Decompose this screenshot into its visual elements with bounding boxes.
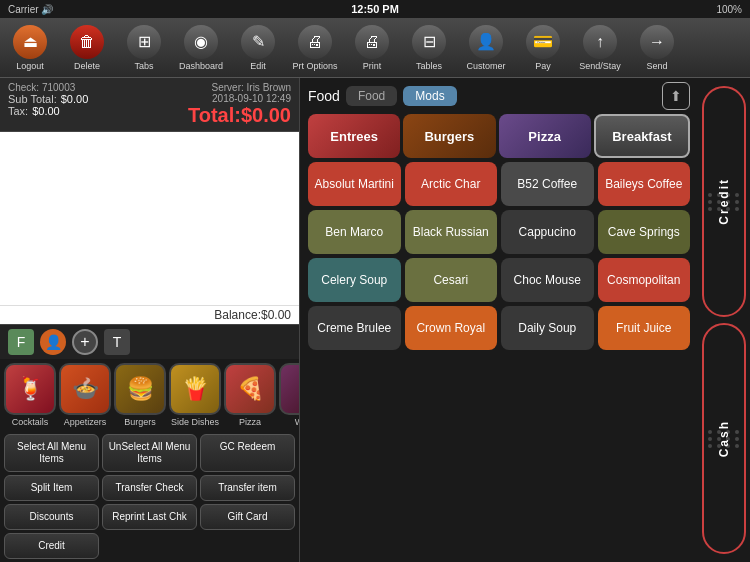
prt-options-icon: 🖨 <box>298 25 332 59</box>
carrier-text: Carrier 🔊 <box>8 4 253 15</box>
wine-label: Wine <box>295 417 299 427</box>
flag-icon[interactable]: F <box>8 329 34 355</box>
tax-value: $0.00 <box>32 105 60 117</box>
logout-button[interactable]: ⏏ Logout <box>2 20 58 76</box>
sides-thumb: 🍟 <box>169 363 221 415</box>
customer-label: Customer <box>466 61 505 71</box>
menu-item-b52-coffee[interactable]: B52 Coffee <box>501 162 594 206</box>
pizza-tab[interactable]: Pizza <box>499 114 591 158</box>
category-pizza[interactable]: 🍕 Pizza <box>224 363 276 427</box>
burgers-label: Burgers <box>124 417 156 427</box>
edit-label: Edit <box>250 61 266 71</box>
edit-button[interactable]: ✎ Edit <box>230 20 286 76</box>
menu-item-cesari[interactable]: Cesari <box>405 258 498 302</box>
menu-item-cave-springs[interactable]: Cave Springs <box>598 210 691 254</box>
balance-row: Balance:$0.00 <box>0 305 299 324</box>
print-button[interactable]: 🖨 Print <box>344 20 400 76</box>
menu-item-absolut-martini[interactable]: Absolut Martini <box>308 162 401 206</box>
burgers-thumb: 🍔 <box>114 363 166 415</box>
transfer-item-button[interactable]: Transfer item <box>200 475 295 501</box>
dashboard-label: Dashboard <box>179 61 223 71</box>
time-display: 12:50 PM <box>253 3 498 15</box>
total-display: Total:$0.00 <box>188 104 291 127</box>
credit-action-button[interactable]: Credit <box>4 533 99 559</box>
pay-button[interactable]: 💳 Pay <box>515 20 571 76</box>
share-icon[interactable]: ⬆ <box>662 82 690 110</box>
reprint-last-button[interactable]: Reprint Last Chk <box>102 504 197 530</box>
tables-button[interactable]: ⊟ Tables <box>401 20 457 76</box>
check-number: Check: 710003 <box>8 82 88 93</box>
entrees-tab[interactable]: Entrees <box>308 114 400 158</box>
send-stay-icon: ↑ <box>583 25 617 59</box>
logout-label: Logout <box>16 61 44 71</box>
gc-redeem-button[interactable]: GC Redeem <box>200 434 295 472</box>
tag-icon[interactable]: T <box>104 329 130 355</box>
main-area: Check: 710003 Sub Total: $0.00 Tax: $0.0… <box>0 78 750 562</box>
delete-label: Delete <box>74 61 100 71</box>
send-label: Send <box>646 61 667 71</box>
food-mods-row: Food Food Mods ⬆ <box>304 82 694 110</box>
right-panel: Food Food Mods ⬆ Entrees Burgers Pizza B… <box>300 78 698 562</box>
logout-icon: ⏏ <box>13 25 47 59</box>
menu-item-arctic-char[interactable]: Arctic Char <box>405 162 498 206</box>
mods-tab[interactable]: Mods <box>403 86 456 106</box>
gift-card-button[interactable]: Gift Card <box>200 504 295 530</box>
breakfast-tab[interactable]: Breakfast <box>594 114 690 158</box>
tabs-button[interactable]: ⊞ Tabs <box>116 20 172 76</box>
menu-item-cappucino[interactable]: Cappucino <box>501 210 594 254</box>
person-icon[interactable]: 👤 <box>40 329 66 355</box>
side-oval-buttons: Credit Cash <box>698 78 750 562</box>
menu-item-choc-mouse[interactable]: Choc Mouse <box>501 258 594 302</box>
burgers-tab[interactable]: Burgers <box>403 114 495 158</box>
transfer-check-button[interactable]: Transfer Check <box>102 475 197 501</box>
food-label: Food <box>308 88 340 104</box>
select-all-button[interactable]: Select All Menu Items <box>4 434 99 472</box>
send-icon: → <box>640 25 674 59</box>
sides-label: Side Dishes <box>171 417 219 427</box>
menu-item-crown-royal[interactable]: Crown Royal <box>405 306 498 350</box>
category-burgers[interactable]: 🍔 Burgers <box>114 363 166 427</box>
discounts-button[interactable]: Discounts <box>4 504 99 530</box>
menu-item-black-russian[interactable]: Black Russian <box>405 210 498 254</box>
send-button[interactable]: → Send <box>629 20 685 76</box>
prt-options-label: Prt Options <box>292 61 337 71</box>
tax-label: Tax: <box>8 105 28 117</box>
cash-oval-label: Cash <box>717 420 731 457</box>
tables-label: Tables <box>416 61 442 71</box>
customer-button[interactable]: 👤 Customer <box>458 20 514 76</box>
split-item-button[interactable]: Split Item <box>4 475 99 501</box>
food-tab[interactable]: Food <box>346 86 397 106</box>
category-wine[interactable]: 🍷 Wine <box>279 363 299 427</box>
menu-item-celery-soup[interactable]: Celery Soup <box>308 258 401 302</box>
category-thumbnails: 🍹 Cocktails 🍲 Appetizers 🍔 Burgers 🍟 <box>0 359 299 431</box>
delete-button[interactable]: 🗑 Delete <box>59 20 115 76</box>
category-side-dishes[interactable]: 🍟 Side Dishes <box>169 363 221 427</box>
cash-oval-button[interactable]: Cash <box>702 323 746 554</box>
unselect-all-button[interactable]: UnSelect All Menu Items <box>102 434 197 472</box>
menu-item-baileys-coffee[interactable]: Baileys Coffee <box>598 162 691 206</box>
menu-item-fruit-juice[interactable]: Fruit Juice <box>598 306 691 350</box>
menu-item-ben-marco[interactable]: Ben Marco <box>308 210 401 254</box>
menu-grid: Absolut Martini Arctic Char B52 Coffee B… <box>304 162 694 558</box>
tabs-label: Tabs <box>134 61 153 71</box>
toolbar: ⏏ Logout 🗑 Delete ⊞ Tabs ◉ Dashboard ✎ E… <box>0 18 750 78</box>
category-tabs: Entrees Burgers Pizza Breakfast <box>304 114 694 158</box>
plus-icon[interactable]: + <box>72 329 98 355</box>
pizza-label: Pizza <box>239 417 261 427</box>
category-appetizers[interactable]: 🍲 Appetizers <box>59 363 111 427</box>
menu-item-creme-brulee[interactable]: Creme Brulee <box>308 306 401 350</box>
cocktails-thumb: 🍹 <box>4 363 56 415</box>
left-panel: Check: 710003 Sub Total: $0.00 Tax: $0.0… <box>0 78 300 562</box>
credit-oval-button[interactable]: Credit <box>702 86 746 317</box>
appetizers-thumb: 🍲 <box>59 363 111 415</box>
send-stay-label: Send/Stay <box>579 61 621 71</box>
prt-options-button[interactable]: 🖨 Prt Options <box>287 20 343 76</box>
action-buttons: Select All Menu Items UnSelect All Menu … <box>0 431 299 562</box>
dashboard-button[interactable]: ◉ Dashboard <box>173 20 229 76</box>
send-stay-button[interactable]: ↑ Send/Stay <box>572 20 628 76</box>
category-cocktails[interactable]: 🍹 Cocktails <box>4 363 56 427</box>
menu-item-cosmopolitan[interactable]: Cosmopolitan <box>598 258 691 302</box>
edit-icon: ✎ <box>241 25 275 59</box>
delete-icon: 🗑 <box>70 25 104 59</box>
menu-item-daily-soup[interactable]: Daily Soup <box>501 306 594 350</box>
